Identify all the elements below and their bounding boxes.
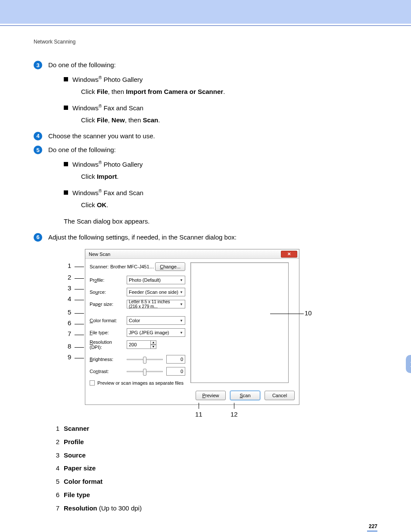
contrast-label: Contrast: bbox=[90, 369, 127, 374]
filetype-select[interactable]: JPG (JPEG image)▼ bbox=[127, 328, 185, 337]
close-icon[interactable]: ✕ bbox=[281, 251, 297, 258]
step-text-6: Adjust the following settings, if needed… bbox=[48, 233, 237, 243]
step-text-3: Do one of the following: bbox=[48, 60, 116, 70]
bullet-icon bbox=[64, 162, 68, 166]
bullet-text: Windows® Photo Gallery Click File, then … bbox=[72, 75, 377, 100]
resolution-label: Resolution (DPI): bbox=[90, 339, 127, 350]
step-note: The Scan dialog box appears. bbox=[64, 216, 377, 227]
page-number: 227 bbox=[34, 523, 377, 529]
callout-bottom-11: 11 bbox=[195, 411, 202, 418]
papersize-label: Paper size: bbox=[90, 302, 127, 307]
source-select[interactable]: Feeder (Scan one side)▼ bbox=[127, 288, 185, 296]
separate-files-checkbox[interactable] bbox=[90, 380, 95, 386]
change-button[interactable]: Change... bbox=[155, 262, 185, 271]
bullet-text: Windows® Fax and Scan Click File, New, t… bbox=[72, 103, 377, 128]
brightness-slider[interactable]: 0 bbox=[127, 355, 185, 364]
top-banner bbox=[0, 0, 411, 24]
papersize-select[interactable]: Letter 8.5 x 11 inches (216 x 279 m...▼ bbox=[127, 300, 185, 308]
scan-button[interactable]: Scan bbox=[230, 391, 260, 400]
chevron-down-icon: ▼ bbox=[180, 319, 183, 323]
separate-files-label: Preview or scan images as separate files bbox=[97, 380, 184, 386]
scanner-value: Brother MFC-J4510DW Sca... bbox=[110, 264, 155, 269]
bullet-icon bbox=[64, 77, 68, 81]
step-text-5: Do one of the following: bbox=[48, 145, 116, 155]
filetype-label: File type: bbox=[90, 330, 127, 335]
chevron-down-icon: ▼ bbox=[180, 278, 183, 282]
bullet-icon bbox=[64, 106, 68, 110]
step-badge-6: 6 bbox=[34, 233, 42, 242]
preview-button[interactable]: Preview bbox=[196, 391, 226, 400]
chevron-down-icon: ▼ bbox=[180, 290, 183, 294]
cancel-button[interactable]: Cancel bbox=[265, 391, 295, 400]
new-scan-dialog: New Scan ✕ Scanner: Brother MFC-J4510DW … bbox=[85, 249, 299, 405]
contrast-value[interactable]: 0 bbox=[166, 367, 185, 376]
profile-label: Profile: bbox=[90, 277, 127, 283]
colorformat-select[interactable]: Color▼ bbox=[127, 316, 185, 325]
preview-area bbox=[190, 262, 289, 383]
section-header: Network Scanning bbox=[34, 39, 377, 45]
bullet-text: Windows® Fax and Scan Click OK. bbox=[72, 188, 377, 213]
chevron-down-icon: ▼ bbox=[180, 331, 183, 335]
colorformat-label: Color format: bbox=[90, 318, 127, 323]
legend-list: 1Scanner 2Profile 3Source 4Paper size 5C… bbox=[50, 422, 377, 515]
chapter-side-tab: 13 bbox=[406, 355, 411, 373]
step-text-4: Choose the scanner you want to use. bbox=[48, 131, 155, 141]
step-badge-4: 4 bbox=[34, 132, 42, 140]
dialog-title: New Scan bbox=[89, 252, 110, 257]
brightness-value[interactable]: 0 bbox=[166, 355, 185, 364]
callouts-left: 1 2 3 4 5 6 7 8 9 bbox=[68, 262, 71, 364]
step-badge-3: 3 bbox=[34, 61, 42, 69]
scanner-label: Scanner: bbox=[90, 264, 109, 269]
contrast-slider[interactable]: 0 bbox=[127, 367, 185, 376]
page-number-bar bbox=[367, 530, 377, 532]
callout-bottom-12: 12 bbox=[230, 411, 238, 418]
resolution-spinner[interactable]: ▲▼ bbox=[150, 340, 156, 349]
chevron-down-icon: ▼ bbox=[180, 302, 183, 306]
bullet-icon bbox=[64, 190, 68, 195]
step-badge-5: 5 bbox=[34, 146, 42, 154]
profile-select[interactable]: Photo (Default)▼ bbox=[127, 276, 185, 284]
bullet-text: Windows® Photo Gallery Click Import. bbox=[72, 159, 377, 184]
callout-right-10: 10 bbox=[305, 309, 312, 317]
source-label: Source: bbox=[90, 289, 127, 295]
brightness-label: Brightness: bbox=[90, 357, 127, 362]
resolution-input[interactable]: 200 bbox=[127, 340, 151, 349]
